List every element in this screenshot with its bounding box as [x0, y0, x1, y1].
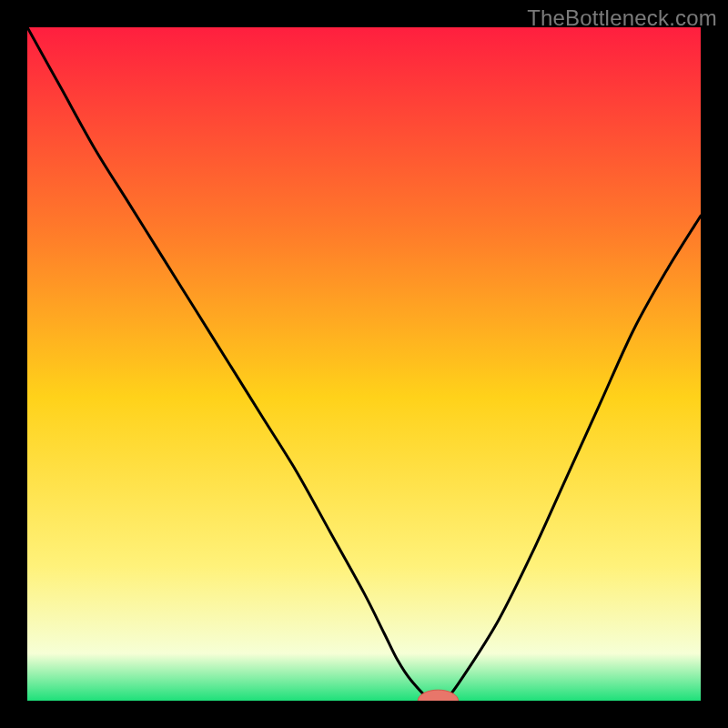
attribution-label: TheBottleneck.com	[527, 5, 717, 31]
gradient-background	[27, 27, 701, 701]
chart-container: TheBottleneck.com	[0, 0, 728, 728]
chart-svg	[27, 27, 701, 701]
plot-area	[27, 27, 701, 701]
